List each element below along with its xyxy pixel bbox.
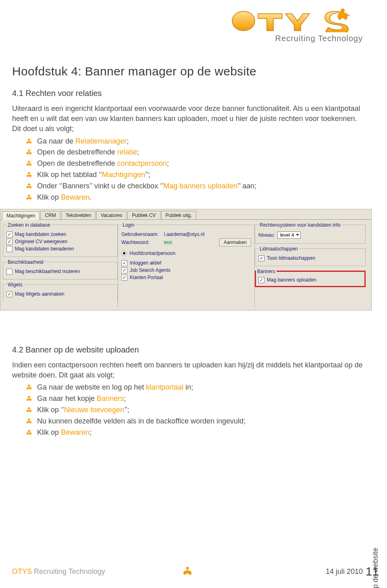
logo-tagline: Recruiting Technology [230, 34, 363, 43]
groupbox-login: Login Gebruikersnaam: l.aardema@otys.nl … [118, 222, 255, 307]
tab-publiek-uitg[interactable]: Publiek uitg. [161, 211, 196, 219]
list-item: Open de desbetreffende contactpersoon; [26, 158, 363, 169]
groupbox-legend: Rechtensysteem voor kandidaten info [258, 222, 342, 228]
list-item: Nu kunnen dezelfde velden als in de back… [26, 416, 363, 427]
list-item: Klik op ‘’Nieuwe toevoegen’’; [26, 405, 363, 416]
tab-tekstvelden[interactable]: Tekstvelden [61, 211, 96, 219]
dropdown-niveau[interactable]: level 4 [277, 231, 301, 239]
chapter-title: Hoofdstuk 4: Banner manager op de websit… [12, 65, 363, 78]
section-41-title: 4.1 Rechten voor relaties [12, 89, 363, 98]
checkbox-klanten-portaal[interactable] [121, 275, 127, 281]
groupbox-beschikbaarheid: Beschikbaarheid Mag beschikbaarheid mute… [3, 259, 118, 279]
list-item: Klik op Bewaren. [26, 192, 363, 203]
checkbox-kandidaten-zoeken[interactable] [6, 231, 12, 238]
value-wachtwoord: test [164, 240, 172, 245]
logo-block: Recruiting Technology [230, 7, 363, 43]
footer-brand: OTYS Recruiting Technology [12, 567, 105, 576]
groupbox-lidmaatschappen: Lidmaatschappen Toon lidmaatschappen [255, 246, 366, 266]
footer-glyph-icon [181, 566, 194, 577]
checkbox-toon-lidmaatschappen[interactable] [258, 255, 264, 261]
checkbox-inloggen-aktief[interactable] [121, 260, 127, 266]
screenshot-panel: Machtigingen CRM Tekstvelden Vacatures P… [0, 209, 372, 311]
tab-crm[interactable]: CRM [40, 211, 60, 219]
groupbox-legend: Zoeken in database [6, 222, 51, 228]
section-41-list: Ga naar de Relatiemanager; Open de desbe… [12, 136, 363, 203]
section-42-title: 4.2 Banner op de website uploaden [12, 345, 363, 354]
section-42-list: Ga naar de website en log op het klantpo… [12, 382, 363, 438]
otys-logo-icon [230, 7, 363, 32]
value-gebruikersnaam: l.aardema@otys.nl [164, 231, 204, 237]
groupbox-wigets: Wigets Mag Wigets aanmaken [3, 282, 118, 302]
page-footer: OTYS Recruiting Technology 14 juli 2010 … [12, 567, 363, 576]
list-item: Klik op het tabblad ‘’Machtigingen’’; [26, 169, 363, 181]
tab-publiek-cv[interactable]: Publiek CV [127, 211, 160, 219]
screenshot-tabs: Machtigingen CRM Tekstvelden Vacatures P… [0, 209, 371, 219]
list-item: Onder ‘’Banners’’ vinkt u de checkbox ‘’… [26, 181, 363, 192]
svg-point-2 [186, 567, 189, 570]
list-item: Ga naar de Relatiemanager; [26, 136, 363, 147]
checkbox-beschikbaarheid-muteren[interactable] [6, 269, 12, 275]
groupbox-legend: Lidmaatschappen [258, 246, 299, 252]
button-aanmaken[interactable]: Aanmaken [219, 238, 251, 246]
svg-point-0 [232, 11, 255, 31]
list-item: Klik op Bewaren; [26, 427, 363, 438]
section-41-paragraph: Uiteraard is een ingericht klantportaal … [12, 104, 363, 134]
groupbox-legend: Login [121, 222, 135, 228]
groupbox-banners-highlighted: Banners Mag banners oploaden [255, 269, 366, 287]
tab-vacatures[interactable]: Vacatures [96, 211, 127, 219]
footer-page-number: 11 [366, 565, 379, 578]
tab-machtigingen[interactable]: Machtigingen [2, 211, 40, 220]
groupbox-legend: Beschikbaarheid [6, 259, 45, 265]
section-42-paragraph: Indien een contactpersoon rechten heeft … [12, 360, 363, 380]
list-item: Open de desbetreffende relatie; [26, 147, 363, 158]
label-niveau: Niveau: [258, 232, 275, 238]
list-item: Ga naar het kopje Banners; [26, 393, 363, 405]
checkbox-mag-banners-oploaden[interactable] [258, 277, 264, 283]
label-gebruikersnaam: Gebruikersnaam: [121, 231, 162, 237]
radio-hoofdcontactpersoon[interactable] [121, 250, 127, 256]
groupbox-zoeken: Zoeken in database Mag kandidaten zoeken… [3, 222, 118, 257]
list-item: Ga naar de website en log op het klantpo… [26, 382, 363, 393]
groupbox-legend: Wigets [6, 282, 24, 288]
checkbox-job-search-agents[interactable] [121, 267, 127, 273]
checkbox-kandidaten-benaderen[interactable] [6, 246, 12, 252]
label-wachtwoord: Wachtwoord: [121, 240, 162, 245]
footer-date: 14 juli 2010 [326, 567, 363, 576]
checkbox-wigets-aanmaken[interactable] [6, 291, 12, 297]
svg-point-1 [341, 8, 345, 13]
groupbox-rechtensysteem: Rechtensysteem voor kandidaten info Nive… [255, 222, 366, 244]
checkbox-origineel-cv[interactable] [6, 239, 12, 245]
groupbox-legend: Banners [256, 269, 277, 274]
